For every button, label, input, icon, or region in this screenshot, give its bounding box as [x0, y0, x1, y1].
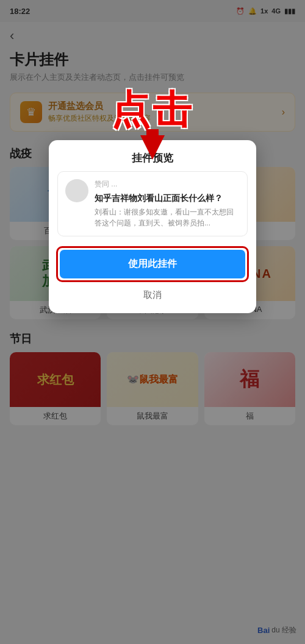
dialog-card-meta: 赞同 ...	[95, 179, 240, 189]
dialog-card-desc: 刘看山：谢很多知友邀，看山一直不太想回答这个问题，直到天、被饲养员拍...	[95, 207, 240, 228]
dialog-card: 赞同 ... 知乎吉祥物刘看山正面长什么样？ 刘看山：谢很多知友邀，看山一直不太…	[57, 171, 248, 236]
dialog-card-content: 赞同 ... 知乎吉祥物刘看山正面长什么样？ 刘看山：谢很多知友邀，看山一直不太…	[95, 179, 240, 228]
dialog: 挂件预览 赞同 ... 知乎吉祥物刘看山正面长什么样？ 刘看山：谢很多知友邀，看…	[49, 140, 256, 313]
dialog-title: 挂件预览	[49, 140, 256, 171]
avatar	[65, 179, 88, 202]
dialog-title-text: 挂件预览	[132, 152, 173, 164]
button-highlight-border: 使用此挂件	[56, 246, 249, 282]
use-widget-button[interactable]: 使用此挂件	[60, 250, 245, 278]
cancel-button[interactable]: 取消	[49, 289, 256, 301]
overlay-backdrop: 点击 挂件预览 赞同 ... 知乎吉祥物刘看山正面长什么样？ 刘看山：谢很多知友…	[0, 0, 305, 644]
dialog-card-title: 知乎吉祥物刘看山正面长什么样？	[95, 193, 240, 204]
click-text: 点击	[111, 90, 194, 129]
